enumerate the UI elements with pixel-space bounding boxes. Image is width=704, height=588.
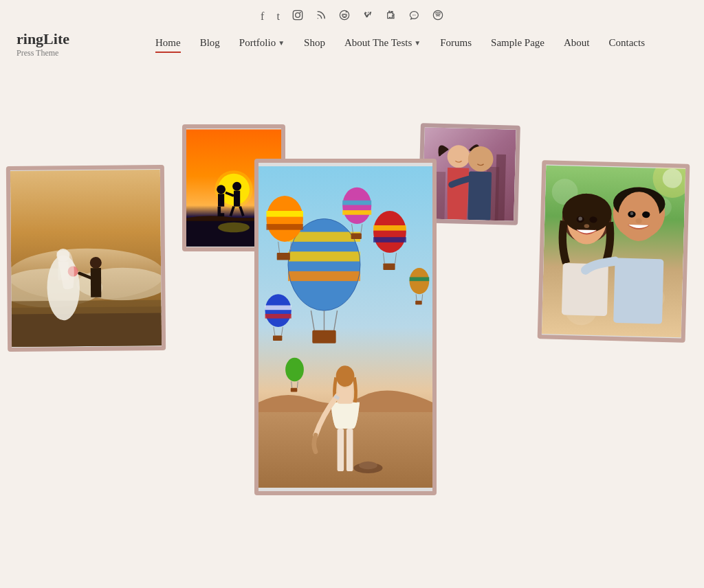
photo-card-wedding[interactable]	[6, 165, 166, 352]
svg-rect-70	[410, 278, 430, 282]
svg-point-8	[412, 14, 413, 15]
svg-rect-79	[346, 429, 353, 471]
svg-point-9	[415, 14, 415, 15]
svg-point-3	[318, 18, 318, 19]
site-branding: ringLite Press Theme	[16, 30, 113, 58]
svg-point-2	[300, 12, 301, 13]
svg-point-74	[285, 358, 304, 381]
nav-about[interactable]: About	[564, 37, 590, 52]
svg-point-51	[266, 196, 302, 242]
svg-point-7	[346, 11, 347, 12]
svg-rect-64	[265, 306, 292, 310]
about-tests-chevron: ▼	[414, 39, 421, 47]
svg-point-57	[342, 188, 371, 224]
nav-about-tests[interactable]: About The Tests ▼	[344, 37, 421, 52]
spotify-icon[interactable]	[432, 10, 443, 23]
svg-point-83	[359, 462, 377, 469]
svg-rect-21	[91, 268, 102, 297]
rss-icon[interactable]	[316, 10, 327, 23]
svg-rect-62	[351, 234, 362, 240]
svg-point-5	[343, 15, 344, 16]
svg-point-29	[218, 223, 250, 233]
gallery-area	[0, 83, 704, 550]
svg-rect-59	[342, 210, 371, 215]
svg-rect-77	[291, 388, 298, 392]
svg-rect-87	[495, 155, 506, 221]
instagram-icon[interactable]	[292, 10, 303, 23]
svg-rect-68	[273, 336, 282, 341]
svg-point-63	[265, 295, 292, 328]
photo-card-smiling[interactable]	[538, 161, 690, 343]
svg-rect-37	[288, 252, 360, 262]
svg-point-6	[345, 15, 346, 16]
svg-rect-105	[613, 258, 663, 324]
svg-rect-31	[218, 194, 224, 207]
social-bar: f t	[0, 0, 704, 30]
svg-point-81	[336, 366, 355, 387]
svg-rect-16	[12, 300, 162, 315]
nav-blog[interactable]: Blog	[200, 37, 220, 52]
svg-rect-78	[338, 429, 344, 471]
nav-contacts[interactable]: Contacts	[609, 37, 646, 52]
svg-point-1	[296, 13, 300, 18]
svg-point-4	[340, 10, 349, 19]
photo-card-balloons[interactable]	[254, 159, 437, 495]
nav-sample-page[interactable]: Sample Page	[491, 37, 544, 52]
svg-rect-58	[342, 201, 371, 205]
svg-rect-46	[373, 225, 406, 231]
nav-shop[interactable]: Shop	[304, 37, 325, 52]
svg-point-10	[433, 10, 442, 19]
site-tagline: Press Theme	[16, 48, 113, 58]
svg-rect-52	[266, 211, 302, 217]
wechat-icon[interactable]	[409, 10, 420, 23]
portfolio-chevron: ▼	[278, 39, 285, 47]
main-nav: Home Blog Portfolio ▼ Shop About The Tes…	[113, 37, 688, 52]
svg-point-32	[232, 182, 241, 191]
puzzle-icon[interactable]	[386, 10, 397, 23]
reddit-icon[interactable]	[339, 10, 350, 23]
nav-home[interactable]: Home	[155, 37, 181, 52]
xing-icon[interactable]	[362, 10, 373, 23]
svg-rect-56	[277, 253, 290, 261]
svg-point-45	[373, 211, 406, 253]
svg-rect-0	[293, 10, 302, 19]
site-title: ringLite	[16, 30, 113, 48]
nav-portfolio[interactable]: Portfolio ▼	[239, 37, 285, 52]
svg-rect-73	[415, 301, 422, 305]
svg-rect-53	[266, 225, 302, 231]
svg-rect-47	[373, 238, 406, 243]
header: ringLite Press Theme Home Blog Portfolio…	[0, 30, 704, 69]
svg-rect-44	[312, 330, 336, 343]
nav-forums[interactable]: Forums	[440, 37, 472, 52]
twitter-icon[interactable]: t	[276, 10, 279, 23]
svg-rect-38	[288, 271, 360, 281]
facebook-icon[interactable]: f	[261, 10, 264, 23]
svg-rect-33	[234, 191, 240, 207]
svg-rect-65	[265, 314, 292, 319]
svg-point-30	[217, 185, 226, 194]
svg-rect-50	[383, 264, 395, 271]
